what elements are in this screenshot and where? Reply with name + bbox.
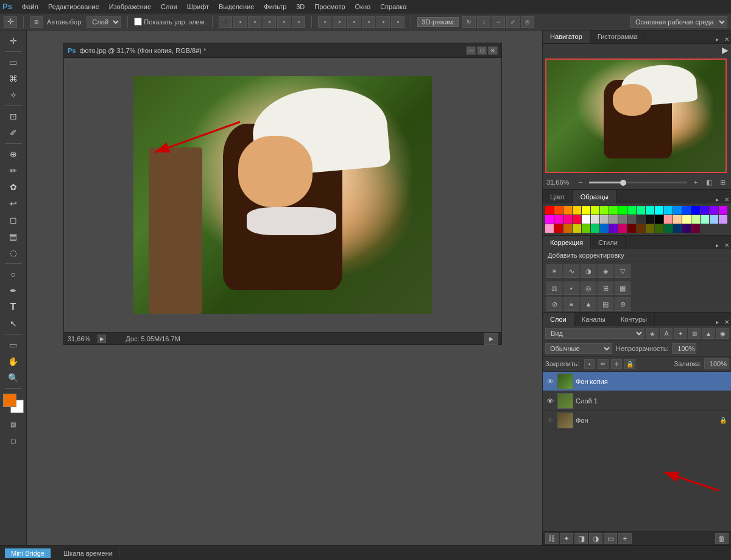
menu-font[interactable]: Шрифт — [182, 2, 214, 12]
lock-transparent-icon[interactable]: ▪ — [584, 359, 595, 369]
swatch-color[interactable] — [646, 206, 654, 214]
zoom-fit-icon[interactable]: ◧ — [704, 178, 714, 186]
corr-brightness-icon[interactable]: ☀ — [546, 264, 562, 278]
swatch-color[interactable] — [637, 224, 645, 233]
align-left-icon[interactable]: ⬛ — [219, 16, 232, 28]
3d-icon-5[interactable]: ◎ — [521, 16, 534, 28]
corrections-collapse[interactable]: ▸ — [713, 241, 721, 249]
layers-filter-attr-icon[interactable]: ▲ — [702, 328, 715, 339]
3d-icon-4[interactable]: ⤢ — [506, 16, 520, 28]
history-brush-tool[interactable]: ↩ — [2, 196, 24, 211]
brush-tool[interactable]: ✏ — [2, 163, 24, 179]
layers-link-icon[interactable]: ⛓ — [545, 533, 559, 544]
lock-position-icon[interactable]: ✛ — [611, 359, 622, 369]
nav-panel-close[interactable]: ✕ — [722, 35, 731, 43]
swatch-color[interactable] — [573, 215, 581, 224]
layer-row-sloy-1[interactable]: 👁 Слой 1 — [543, 391, 731, 411]
layers-close[interactable]: ✕ — [722, 317, 731, 326]
layers-filter-name-icon[interactable]: A — [660, 328, 673, 339]
layer-eye-fon-kopiya[interactable]: 👁 — [545, 377, 555, 386]
dist-5-icon[interactable]: ▪ — [376, 16, 390, 28]
swatch-color[interactable] — [646, 224, 654, 233]
opacity-input[interactable] — [672, 343, 696, 354]
swatch-color[interactable] — [600, 215, 609, 224]
layers-filter-dropdown[interactable]: Вид — [545, 328, 644, 339]
swatch-color[interactable] — [600, 224, 609, 233]
nav-play-button[interactable]: ▶ — [722, 45, 729, 55]
swatch-color[interactable] — [673, 224, 682, 233]
swatch-color[interactable] — [637, 206, 645, 214]
layers-filter-color-icon[interactable]: ◉ — [716, 328, 729, 339]
corr-bw-icon[interactable]: ▪ — [563, 282, 579, 295]
eyedropper-tool[interactable]: ✐ — [2, 125, 24, 141]
swatch-color[interactable] — [591, 206, 599, 214]
swatch-color[interactable] — [618, 224, 627, 233]
bottom-tab-mini-bridge[interactable]: Mini Bridge — [5, 548, 51, 558]
swatch-color[interactable] — [701, 206, 709, 214]
layers-add-style-icon[interactable]: ✦ — [560, 533, 573, 544]
pen-tool[interactable]: ✒ — [2, 283, 24, 299]
bottom-tab-timeline[interactable]: Шкала времени — [57, 548, 119, 558]
eraser-tool[interactable]: ◻ — [2, 212, 24, 228]
corr-curves-icon[interactable]: ∿ — [563, 264, 579, 278]
align-top-icon[interactable]: ▪ — [263, 16, 276, 28]
swatch-color[interactable] — [554, 215, 563, 224]
magic-wand-tool[interactable]: ✧ — [2, 87, 24, 103]
menu-help[interactable]: Справка — [375, 2, 411, 12]
layer-eye-sloy-1[interactable]: 👁 — [545, 396, 555, 406]
swatch-color[interactable] — [573, 224, 581, 233]
corr-gradient-map-icon[interactable]: ▤ — [598, 297, 613, 311]
dist-2-icon[interactable]: ▪ — [333, 16, 346, 28]
menu-edit[interactable]: Редактирование — [43, 2, 104, 12]
auto-align-icon[interactable]: ⊞ — [30, 16, 43, 28]
dist-1-icon[interactable]: ▪ — [318, 16, 331, 28]
swatch-color[interactable] — [719, 215, 727, 224]
swatch-color[interactable] — [637, 215, 645, 224]
swatch-color[interactable] — [609, 206, 618, 214]
swatch-color[interactable] — [545, 215, 554, 224]
type-tool[interactable]: T — [2, 299, 24, 315]
swatch-color[interactable] — [563, 206, 572, 214]
color-indicator[interactable] — [3, 394, 24, 413]
swatch-color[interactable] — [609, 215, 618, 224]
corr-exposure-icon[interactable]: ◑ — [581, 264, 596, 278]
corr-threshold-icon[interactable]: ▲ — [581, 297, 596, 311]
layer-row-fon[interactable]: 👁 Фон 🔒 — [543, 411, 731, 430]
menu-select[interactable]: Выделение — [214, 2, 259, 12]
swatch-color[interactable] — [609, 224, 618, 233]
screen-mode[interactable]: ▢ — [2, 433, 24, 448]
menu-3d[interactable]: 3D — [291, 2, 309, 12]
zoom-out-icon[interactable]: − — [576, 178, 585, 186]
swatch-color[interactable] — [618, 206, 627, 214]
swatch-color[interactable] — [664, 215, 673, 224]
tab-navigator[interactable]: Навигатор — [543, 30, 590, 43]
dist-4-icon[interactable]: ▪ — [362, 16, 375, 28]
move-tool-icon[interactable]: ✛ — [4, 16, 17, 28]
layers-add-mask-icon[interactable]: ◨ — [574, 533, 588, 544]
swatch-color[interactable] — [664, 224, 673, 233]
lock-all-icon[interactable]: 🔒 — [624, 359, 635, 369]
doc-navigate-right[interactable]: ▶ — [484, 333, 498, 345]
move-tool[interactable]: ✛ — [2, 33, 24, 49]
corr-color-lookup-icon[interactable]: ▦ — [615, 282, 630, 295]
auto-select-dropdown[interactable]: Слой — [87, 16, 121, 28]
tab-swatches[interactable]: Образцы — [573, 190, 616, 204]
swatch-color[interactable] — [582, 224, 590, 233]
layers-filter-effect-icon[interactable]: ✦ — [674, 328, 687, 339]
swatch-color[interactable] — [710, 215, 718, 224]
hand-tool[interactable]: ✋ — [2, 353, 24, 369]
layers-new-adj-layer-icon[interactable]: ◑ — [589, 533, 602, 544]
swatch-color[interactable] — [655, 215, 663, 224]
healing-brush-tool[interactable]: ⊕ — [2, 146, 24, 162]
3d-icon-2[interactable]: ↕ — [477, 16, 490, 28]
swatch-color[interactable] — [554, 206, 563, 214]
swatch-color[interactable] — [701, 215, 709, 224]
shape-tool[interactable]: ▭ — [2, 337, 24, 353]
swatches-close[interactable]: ✕ — [722, 195, 731, 204]
swatch-color[interactable] — [554, 224, 563, 233]
menu-image[interactable]: Изображение — [104, 2, 156, 12]
zoom-in-icon[interactable]: + — [691, 178, 701, 186]
swatch-color[interactable] — [618, 215, 627, 224]
tab-layers[interactable]: Слои — [543, 313, 574, 326]
zoom-slider-thumb[interactable] — [620, 180, 626, 186]
